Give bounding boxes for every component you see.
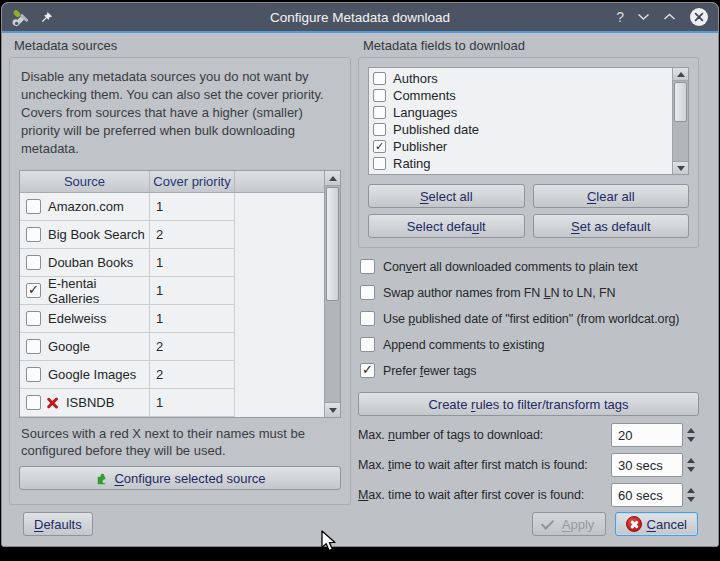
sources-description: Disable any metadata sources you do not … <box>21 68 339 158</box>
option-label: Prefer fewer tags <box>383 364 476 378</box>
field-item[interactable]: Comments <box>369 87 672 104</box>
option-checkbox[interactable] <box>360 311 375 326</box>
fields-list-scrollbar[interactable] <box>672 68 688 174</box>
cover-priority-cell[interactable]: 1 <box>150 305 235 333</box>
option-checkbox-row[interactable]: Append comments to existing <box>360 336 699 353</box>
window-title: Configure Metadata download <box>2 10 718 25</box>
cover-priority-cell[interactable]: 1 <box>150 193 235 221</box>
spin-up-icon[interactable] <box>687 458 695 463</box>
spin-down-icon[interactable] <box>687 497 695 502</box>
source-row[interactable]: E-hentai Galleries 1 <box>20 277 235 305</box>
source-enabled-checkbox[interactable] <box>26 199 41 214</box>
defaults-button[interactable]: Defaults <box>23 512 93 536</box>
option-checkbox-row[interactable]: Use published date of "first edition" (f… <box>360 310 699 327</box>
field-item[interactable]: Languages <box>369 104 672 121</box>
create-rules-button[interactable]: Create rules to filter/transform tags <box>358 392 699 416</box>
cover-priority-cell[interactable]: 1 <box>150 249 235 277</box>
source-row[interactable]: ISBNDB 1 <box>20 389 235 417</box>
unshade-chevron-up-icon[interactable] <box>663 13 676 21</box>
option-checkbox[interactable] <box>360 285 375 300</box>
field-checkbox[interactable] <box>373 106 386 119</box>
source-name: Big Book Search <box>48 227 145 242</box>
field-item[interactable]: Published date <box>369 121 672 138</box>
field-checkbox[interactable] <box>373 123 386 136</box>
spinner-value[interactable]: 60 secs <box>611 483 683 507</box>
spin-down-icon[interactable] <box>687 467 695 472</box>
cover-priority-cell[interactable]: 2 <box>150 361 235 389</box>
field-checkbox[interactable] <box>373 157 386 170</box>
set-as-default-button[interactable]: Set as default <box>533 214 690 238</box>
source-row[interactable]: Google Images 2 <box>20 361 235 389</box>
spinner: 20 <box>611 423 699 447</box>
source-row[interactable]: Douban Books 1 <box>20 249 235 277</box>
source-enabled-checkbox[interactable] <box>26 395 41 410</box>
scroll-up-button[interactable] <box>325 171 340 186</box>
source-row[interactable]: Google 2 <box>20 333 235 361</box>
scroll-up-button[interactable] <box>673 68 688 81</box>
field-checkbox[interactable] <box>373 89 386 102</box>
dialog-footer: Defaults Apply Cancel <box>2 512 718 537</box>
option-checkbox[interactable] <box>360 259 375 274</box>
field-label: Publisher <box>393 139 447 154</box>
source-enabled-checkbox[interactable] <box>26 227 41 242</box>
cover-priority-cell[interactable]: 2 <box>150 221 235 249</box>
scrollbar-thumb[interactable] <box>326 187 339 301</box>
cover-priority-cell[interactable]: 1 <box>150 277 235 305</box>
source-enabled-checkbox[interactable] <box>26 255 41 270</box>
field-checkbox[interactable] <box>373 72 386 85</box>
option-label: Convert all downloaded comments to plain… <box>383 260 638 274</box>
spin-up-icon[interactable] <box>687 428 695 433</box>
sources-groupbox: Disable any metadata sources you do not … <box>9 57 351 505</box>
cancel-button[interactable]: Cancel <box>615 512 698 536</box>
field-item[interactable]: Rating <box>369 155 672 172</box>
spin-up-icon[interactable] <box>687 488 695 493</box>
option-checkbox[interactable] <box>360 363 375 378</box>
apply-button: Apply <box>532 512 606 536</box>
source-enabled-checkbox[interactable] <box>26 311 41 326</box>
source-row[interactable]: Big Book Search 2 <box>20 221 235 249</box>
help-button[interactable]: ? <box>616 10 624 24</box>
close-button[interactable] <box>689 7 709 27</box>
select-all-button[interactable]: Select all <box>368 184 525 208</box>
mouse-cursor <box>320 530 342 558</box>
scroll-down-button[interactable] <box>325 402 340 417</box>
cancel-label: Cancel <box>647 517 687 532</box>
source-row[interactable]: Edelweiss 1 <box>20 305 235 333</box>
spinner-arrows[interactable] <box>683 483 699 507</box>
field-item[interactable]: Authors <box>369 70 672 87</box>
sources-table-scrollbar[interactable] <box>324 171 340 417</box>
scrollbar-thumb[interactable] <box>674 82 687 122</box>
spin-down-icon[interactable] <box>687 437 695 442</box>
column-header-cover-priority[interactable]: Cover priority <box>150 171 235 192</box>
source-enabled-checkbox[interactable] <box>26 367 41 382</box>
source-enabled-checkbox[interactable] <box>26 283 41 298</box>
source-row[interactable]: Amazon.com 1 <box>20 193 235 221</box>
field-checkbox[interactable] <box>373 140 386 153</box>
spinner-value[interactable]: 20 <box>611 423 683 447</box>
option-checkbox-row[interactable]: Swap author names from FN LN to LN, FN <box>360 284 699 301</box>
scroll-down-button[interactable] <box>673 161 688 174</box>
option-checkbox-row[interactable]: Prefer fewer tags <box>360 362 699 379</box>
shade-chevron-down-icon[interactable] <box>637 13 650 21</box>
column-header-source[interactable]: Source <box>20 171 150 192</box>
sources-table: Source Cover priority <box>19 170 341 418</box>
cover-priority-cell[interactable]: 2 <box>150 333 235 361</box>
create-rules-label: Create rules to filter/transform tags <box>428 397 628 412</box>
pin-keep-above-icon[interactable] <box>40 11 53 24</box>
spinner-value[interactable]: 30 secs <box>611 453 683 477</box>
clear-all-button[interactable]: Clear all <box>533 184 690 208</box>
select-default-button[interactable]: Select default <box>368 214 525 238</box>
option-checkbox-row[interactable]: Convert all downloaded comments to plain… <box>360 258 699 275</box>
source-enabled-checkbox[interactable] <box>26 339 41 354</box>
fields-group-title: Metadata fields to download <box>363 38 699 54</box>
source-name: ISBNDB <box>66 395 114 410</box>
option-checkbox[interactable] <box>360 337 375 352</box>
option-label: Append comments to existing <box>383 338 544 352</box>
titlebar[interactable]: Configure Metadata download ? <box>2 3 718 31</box>
cover-priority-cell[interactable]: 1 <box>150 389 235 417</box>
field-label: Comments <box>393 88 456 103</box>
spinner-arrows[interactable] <box>683 453 699 477</box>
spinner-arrows[interactable] <box>683 423 699 447</box>
configure-selected-source-button[interactable]: Configure selected source <box>19 466 341 490</box>
field-item[interactable]: Publisher <box>369 138 672 155</box>
